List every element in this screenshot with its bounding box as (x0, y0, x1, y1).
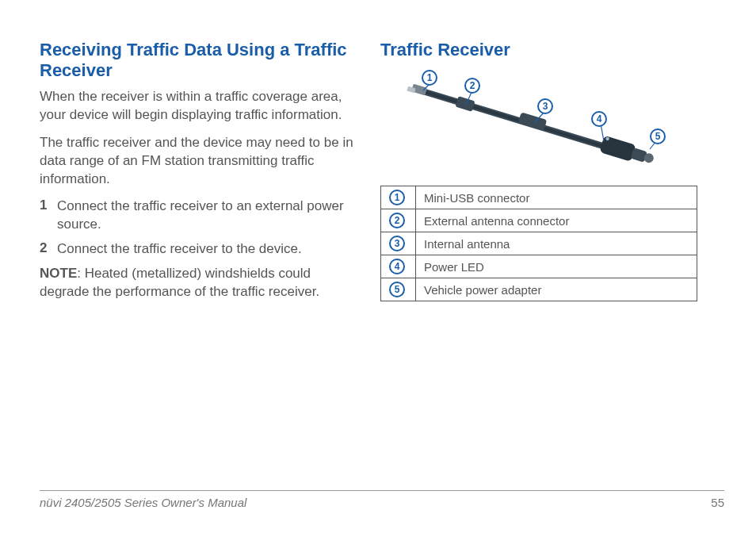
heading-traffic-receiver: Traffic Receiver (380, 40, 697, 60)
step-2: 2 Connect the traffic receiver to the de… (40, 240, 357, 259)
step-text: Connect the traffic receiver to an exter… (57, 197, 357, 234)
part-number-icon: 3 (389, 236, 405, 251)
table-row: 2 External antenna connector (381, 209, 697, 232)
step-text: Connect the traffic receiver to the devi… (57, 240, 302, 259)
table-row: 3 Internal antenna (381, 232, 697, 255)
table-row: 4 Power LED (381, 255, 697, 278)
step-number: 2 (40, 240, 57, 259)
part-label: External antenna connector (416, 209, 697, 232)
svg-line-11 (601, 124, 604, 141)
parts-table: 1 Mini-USB connector 2 External antenna … (380, 186, 697, 301)
part-number-icon: 4 (389, 259, 405, 274)
right-column: Traffic Receiver (380, 40, 697, 301)
part-label: Vehicle power adapter (416, 278, 697, 301)
part-number-icon: 5 (389, 282, 405, 297)
table-row: 5 Vehicle power adapter (381, 278, 697, 301)
page-footer: nüvi 2405/2505 Series Owner's Manual 55 (40, 490, 724, 509)
paragraph-coverage: When the receiver is within a traffic co… (40, 88, 357, 125)
receiver-diagram: 1 2 3 4 5 (380, 67, 697, 170)
part-number-icon: 2 (389, 213, 405, 228)
table-row: 1 Mini-USB connector (381, 186, 697, 209)
left-column: Receiving Traffic Data Using a Traffic R… (40, 40, 357, 301)
svg-rect-4 (599, 136, 636, 162)
step-1: 1 Connect the traffic receiver to an ext… (40, 197, 357, 234)
part-label: Mini-USB connector (416, 186, 697, 209)
paragraph-fm-range: The traffic receiver and the device may … (40, 134, 357, 189)
part-label: Power LED (416, 255, 697, 278)
part-label: Internal antenna (416, 232, 697, 255)
heading-receiving-traffic: Receiving Traffic Data Using a Traffic R… (40, 40, 357, 82)
note-text: : Heated (metallized) windshields could … (40, 266, 319, 299)
page-content: Receiving Traffic Data Using a Traffic R… (40, 40, 716, 301)
page-number: 55 (711, 496, 724, 509)
note-label: NOTE (40, 266, 77, 281)
svg-rect-2 (455, 96, 475, 112)
note-windshield: NOTE: Heated (metallized) windshields co… (40, 265, 357, 301)
step-number: 1 (40, 197, 57, 234)
part-number-icon: 1 (389, 190, 405, 205)
manual-title: nüvi 2405/2505 Series Owner's Manual (40, 496, 246, 509)
